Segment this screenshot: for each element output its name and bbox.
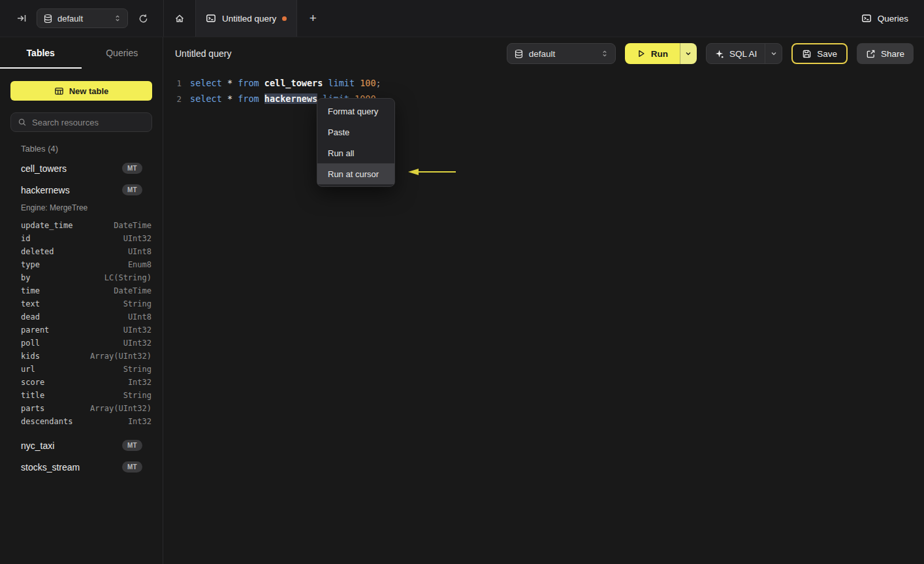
- code-token: 100: [360, 78, 375, 88]
- run-button[interactable]: Run: [625, 43, 680, 64]
- code-token: [259, 93, 264, 104]
- column-name: type: [21, 260, 40, 269]
- column-row: scoreInt32: [21, 376, 151, 389]
- home-button[interactable]: [164, 0, 195, 37]
- updown-chevrons-icon: [601, 49, 609, 58]
- code-token: from: [238, 78, 259, 88]
- column-row: partsArray(UInt32): [21, 402, 151, 415]
- line-number: 1: [163, 78, 182, 88]
- table-name: nyc_taxi: [21, 440, 54, 451]
- sidebar-expand-button[interactable]: [14, 11, 29, 25]
- context-menu-item[interactable]: Paste: [317, 122, 394, 142]
- code-token: [222, 93, 227, 104]
- table-row[interactable]: cell_towersMT: [21, 158, 151, 179]
- code-token: *: [227, 93, 232, 104]
- column-type: UInt32: [123, 339, 151, 348]
- sql-ai-options-button[interactable]: [765, 44, 782, 63]
- topbar-right: Queries: [861, 0, 924, 37]
- code-token: [222, 78, 227, 88]
- column-type: Int32: [128, 417, 151, 426]
- column-type: UInt8: [128, 247, 151, 256]
- column-name: url: [21, 365, 35, 374]
- engine-badge: MT: [122, 163, 142, 174]
- context-menu-item[interactable]: Format query: [317, 101, 394, 122]
- home-icon: [174, 13, 185, 24]
- new-tab-button[interactable]: +: [297, 0, 328, 37]
- annotation-arrow: [406, 167, 457, 176]
- page-title: Untitled query: [175, 48, 231, 59]
- unsaved-dot: [282, 16, 287, 21]
- column-name: dead: [21, 312, 40, 322]
- database-selector-value: default: [529, 49, 556, 59]
- column-name: deleted: [21, 247, 54, 256]
- column-row: kidsArray(UInt32): [21, 350, 151, 363]
- main-header: Untitled query default: [163, 37, 924, 70]
- context-menu-item[interactable]: Run at cursor: [317, 163, 394, 184]
- database-selector-top[interactable]: default: [37, 8, 128, 28]
- code-token: [232, 93, 238, 104]
- tab-strip: Untitled query +: [163, 0, 328, 37]
- sidebar-tab-queries[interactable]: Queries: [82, 37, 163, 69]
- column-row: textString: [21, 297, 151, 310]
- column-type: UInt32: [123, 325, 151, 335]
- query-toolbar: default: [507, 43, 914, 64]
- engine-badge: MT: [122, 184, 142, 195]
- column-row: descendantsInt32: [21, 415, 151, 428]
- sidebar: Tables Queries New table: [0, 37, 163, 564]
- console-icon: [206, 13, 216, 24]
- tables-section-title: Tables (4): [21, 144, 151, 154]
- refresh-button[interactable]: [136, 11, 150, 25]
- run-options-button[interactable]: [680, 43, 697, 64]
- search-input[interactable]: [32, 118, 145, 127]
- sql-editor[interactable]: 1select * from cell_towers limit 100;2se…: [163, 70, 924, 107]
- context-menu: Format queryPasteRun allRun at cursor: [317, 98, 395, 187]
- column-type: Int32: [128, 378, 151, 387]
- share-button-label: Share: [881, 49, 904, 59]
- plus-icon: +: [310, 11, 317, 25]
- code-token: hackernews: [264, 93, 317, 104]
- sql-ai-button-label: SQL AI: [729, 49, 757, 59]
- line-number: 2: [163, 94, 182, 104]
- code-token: [232, 78, 238, 88]
- new-table-label: New table: [69, 86, 109, 96]
- arrow-to-bar-icon: [16, 13, 27, 24]
- table-row[interactable]: nyc_taxiMT: [21, 435, 151, 456]
- app-root: default: [0, 0, 924, 564]
- sql-ai-split-button: SQL AI: [706, 43, 782, 64]
- table-name: stocks_stream: [21, 462, 80, 473]
- tab-untitled-query[interactable]: Untitled query: [195, 0, 297, 37]
- database-icon: [43, 14, 53, 24]
- code-line[interactable]: 2select * from hackernews limit 1000: [163, 91, 924, 107]
- queries-button[interactable]: Queries: [861, 13, 908, 24]
- code-token: [259, 78, 264, 88]
- body: Tables Queries New table: [0, 37, 924, 564]
- share-button[interactable]: Share: [857, 43, 914, 64]
- column-type: Array(UInt32): [90, 404, 151, 413]
- column-row: update_timeDateTime: [21, 219, 151, 232]
- tables-section: Tables (4) cell_towersMThackernewsMTEngi…: [0, 132, 163, 478]
- search-box: [10, 112, 152, 132]
- database-selector-toolbar[interactable]: default: [507, 43, 616, 64]
- column-name: kids: [21, 352, 40, 361]
- table-row[interactable]: hackernewsMT: [21, 179, 151, 201]
- column-type: Array(UInt32): [90, 352, 151, 361]
- chevron-down-icon: [770, 50, 778, 58]
- code-line[interactable]: 1select * from cell_towers limit 100;: [163, 75, 924, 91]
- tab-label: Untitled query: [222, 14, 276, 24]
- column-row: deadUInt8: [21, 310, 151, 323]
- column-row: typeEnum8: [21, 258, 151, 271]
- code-token: select: [190, 78, 222, 88]
- sql-ai-button[interactable]: SQL AI: [707, 44, 765, 63]
- table-grid-icon: [54, 86, 64, 96]
- database-icon: [514, 49, 524, 59]
- sidebar-tab-tables[interactable]: Tables: [0, 37, 82, 69]
- floppy-save-icon: [802, 49, 812, 59]
- console-icon: [861, 13, 872, 24]
- table-row[interactable]: stocks_streamMT: [21, 456, 151, 478]
- save-button[interactable]: Save: [791, 43, 848, 64]
- column-row: parentUInt32: [21, 323, 151, 337]
- column-type: UInt8: [128, 312, 151, 322]
- column-type: DateTime: [114, 286, 151, 295]
- context-menu-item[interactable]: Run all: [317, 142, 394, 163]
- new-table-button[interactable]: New table: [10, 81, 152, 101]
